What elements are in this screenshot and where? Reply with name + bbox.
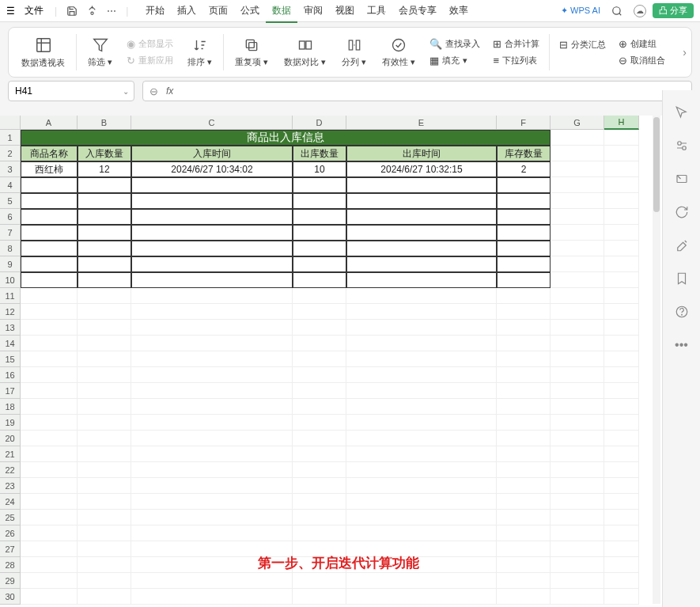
cell[interactable] xyxy=(346,494,497,510)
cell[interactable] xyxy=(21,431,78,446)
zoom-icon[interactable]: ⊖ xyxy=(149,85,158,97)
formula-input[interactable]: ⊖ fx xyxy=(142,81,692,101)
cell[interactable] xyxy=(131,478,293,494)
cell[interactable] xyxy=(551,288,604,304)
cell[interactable] xyxy=(551,256,604,272)
cell[interactable] xyxy=(604,557,639,573)
cell[interactable] xyxy=(497,225,551,241)
cell[interactable] xyxy=(346,304,497,320)
cell[interactable] xyxy=(551,225,604,241)
cell[interactable] xyxy=(293,383,346,399)
settings-icon[interactable] xyxy=(674,138,690,154)
cell[interactable]: 商品名称 xyxy=(21,146,78,161)
cell[interactable] xyxy=(551,193,604,209)
cell[interactable] xyxy=(346,351,497,367)
cell[interactable] xyxy=(604,161,639,177)
row-header-21[interactable]: 21 xyxy=(0,446,21,462)
cell[interactable] xyxy=(497,320,551,336)
consolidate-button[interactable]: ⊞合并计算 xyxy=(493,38,539,50)
cell[interactable] xyxy=(551,525,604,541)
cell[interactable]: 2 xyxy=(497,161,551,177)
cell[interactable] xyxy=(78,288,131,304)
cell[interactable] xyxy=(551,304,604,320)
cell[interactable] xyxy=(293,573,346,589)
dropdown-list-button[interactable]: ≡下拉列表 xyxy=(493,55,539,66)
row-header-4[interactable]: 4 xyxy=(0,177,21,193)
cell[interactable] xyxy=(21,494,78,510)
refresh-icon[interactable] xyxy=(674,204,690,220)
cell[interactable] xyxy=(131,525,293,541)
cell[interactable] xyxy=(21,415,78,431)
cursor-icon[interactable] xyxy=(674,104,690,120)
printer-icon[interactable] xyxy=(82,6,102,16)
cell[interactable] xyxy=(497,177,551,193)
cell[interactable] xyxy=(131,225,293,241)
chevron-down-icon[interactable]: ⌄ xyxy=(123,87,129,96)
cell[interactable] xyxy=(78,225,131,241)
cell[interactable] xyxy=(131,573,293,589)
cell[interactable] xyxy=(293,336,346,351)
col-header-F[interactable]: F xyxy=(497,116,551,130)
cell[interactable] xyxy=(551,272,604,288)
cell[interactable] xyxy=(131,241,293,256)
cell[interactable] xyxy=(21,320,78,336)
cell[interactable] xyxy=(293,525,346,541)
cell[interactable] xyxy=(604,336,639,351)
row-header-20[interactable]: 20 xyxy=(0,431,21,446)
cell[interactable] xyxy=(346,383,497,399)
tab-工具[interactable]: 工具 xyxy=(361,0,392,23)
cell[interactable] xyxy=(131,510,293,525)
cell[interactable] xyxy=(551,320,604,336)
cell[interactable] xyxy=(21,510,78,525)
file-menu[interactable]: 文件 xyxy=(18,4,50,17)
row-header-2[interactable]: 2 xyxy=(0,146,21,161)
cell[interactable] xyxy=(293,320,346,336)
cell[interactable] xyxy=(604,431,639,446)
cell[interactable] xyxy=(21,209,78,225)
cell[interactable] xyxy=(21,288,78,304)
filter-button[interactable]: 筛选 ▾ xyxy=(80,37,120,68)
cell[interactable] xyxy=(78,573,131,589)
cell[interactable] xyxy=(551,589,604,605)
cell[interactable] xyxy=(293,241,346,256)
cell[interactable] xyxy=(21,446,78,462)
cell[interactable] xyxy=(131,209,293,225)
cell[interactable] xyxy=(497,462,551,478)
row-header-14[interactable]: 14 xyxy=(0,336,21,351)
cell[interactable] xyxy=(78,399,131,415)
cell[interactable] xyxy=(131,589,293,605)
cell[interactable] xyxy=(293,256,346,272)
cell[interactable] xyxy=(131,336,293,351)
tab-插入[interactable]: 插入 xyxy=(171,0,202,23)
cell[interactable] xyxy=(497,415,551,431)
cell[interactable] xyxy=(78,272,131,288)
cell[interactable] xyxy=(604,146,639,161)
cell[interactable] xyxy=(131,304,293,320)
validation-button[interactable]: 有效性 ▾ xyxy=(374,37,423,68)
cell[interactable] xyxy=(497,478,551,494)
cell[interactable] xyxy=(21,304,78,320)
cell[interactable] xyxy=(293,478,346,494)
row-header-6[interactable]: 6 xyxy=(0,209,21,225)
cell[interactable] xyxy=(497,383,551,399)
cell[interactable] xyxy=(604,525,639,541)
more-dots-icon[interactable]: ••• xyxy=(674,337,690,353)
col-header-A[interactable]: A xyxy=(21,116,78,130)
cell[interactable]: 出库数量 xyxy=(293,146,346,161)
cell[interactable] xyxy=(551,494,604,510)
cell[interactable]: 2024/6/27 10:34:02 xyxy=(131,161,293,177)
row-header-23[interactable]: 23 xyxy=(0,478,21,494)
cell[interactable] xyxy=(293,446,346,462)
row-header-17[interactable]: 17 xyxy=(0,383,21,399)
row-header-25[interactable]: 25 xyxy=(0,510,21,525)
more-icon[interactable]: ⋯ xyxy=(102,6,121,17)
cell[interactable] xyxy=(78,367,131,383)
cells-area[interactable]: 商品出入库信息商品名称入库数量入库时间出库数量出库时间库存数量西红柿122024… xyxy=(21,130,662,607)
cell[interactable] xyxy=(497,510,551,525)
col-header-C[interactable]: C xyxy=(131,116,293,130)
cell[interactable] xyxy=(21,399,78,415)
cell[interactable] xyxy=(78,478,131,494)
cell[interactable] xyxy=(551,383,604,399)
cell[interactable] xyxy=(21,351,78,367)
cell[interactable] xyxy=(604,304,639,320)
